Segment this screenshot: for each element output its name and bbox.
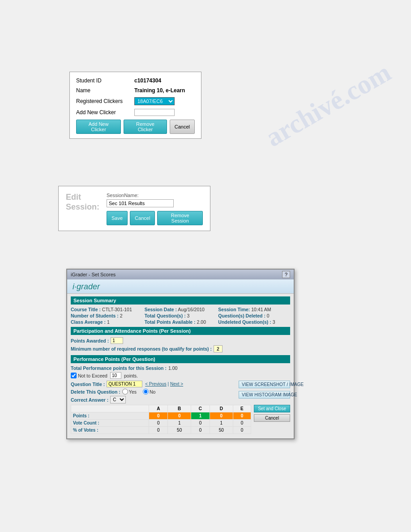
action-buttons: Set and Close Cancel bbox=[254, 405, 290, 422]
delete-yes-radio[interactable] bbox=[122, 389, 128, 395]
student-id-value: c10174304 bbox=[134, 77, 161, 84]
registered-clickers-label: Registered Clickers bbox=[76, 98, 134, 104]
num-students-item: Number of Students : 2 bbox=[71, 313, 143, 318]
performance-header: Performance Points (Per Question) bbox=[71, 355, 290, 363]
not-exceed-checkbox[interactable] bbox=[71, 373, 77, 378]
points-table-area: A B C D E Points : 0 0 1 0 bbox=[71, 405, 251, 436]
participation-header: Participation and Attendance Points (Per… bbox=[71, 327, 290, 335]
save-session-button[interactable]: Save bbox=[107, 211, 128, 225]
name-value: Training 10, e-Learn bbox=[134, 87, 185, 94]
student-id-label: Student ID bbox=[76, 77, 134, 84]
bottom-area: A B C D E Points : 0 0 1 0 bbox=[71, 405, 290, 436]
set-and-close-button[interactable]: Set and Close bbox=[254, 405, 290, 412]
question-title-input[interactable] bbox=[107, 381, 142, 387]
clicker-select[interactable]: 18A07/EC6 bbox=[134, 97, 175, 105]
pct-e: 0 bbox=[233, 427, 251, 434]
name-label: Name bbox=[76, 87, 134, 94]
add-new-clicker-label: Add New Clicker bbox=[76, 109, 134, 116]
session-name-label: SessionName: bbox=[107, 193, 203, 198]
vote-count-row: Vote Count : 0 1 0 1 0 bbox=[71, 420, 251, 427]
igrader-body: Session Summary Course Title : CTLT-301-… bbox=[67, 294, 294, 438]
col-c: C bbox=[191, 405, 210, 412]
votes-d: 1 bbox=[210, 420, 233, 427]
help-button[interactable]: ? bbox=[282, 271, 290, 278]
edit-session-panel: Edit Session: SessionName: Save Cancel R… bbox=[58, 186, 210, 231]
points-table: A B C D E Points : 0 0 1 0 bbox=[71, 405, 251, 434]
course-title-item: Course Title : CTLT-301-101 bbox=[71, 307, 143, 312]
min-responses-row: Minimum number of required responses (to… bbox=[71, 345, 290, 352]
pct-c: 0 bbox=[191, 427, 210, 434]
prev-question-link[interactable]: < Previous bbox=[145, 382, 167, 386]
add-new-clicker-button[interactable]: Add New Clicker bbox=[76, 120, 121, 134]
new-clicker-input[interactable] bbox=[134, 109, 175, 116]
igrader-window: iGrader - Set Scores ? i·grader Session … bbox=[66, 269, 295, 439]
pct-votes-row: % of Votes : 0 50 0 50 0 bbox=[71, 427, 251, 434]
delete-no-radio[interactable] bbox=[143, 389, 149, 395]
points-a: 0 bbox=[149, 412, 168, 420]
question-section: Question Title : < Previous | Next > Del… bbox=[71, 381, 290, 405]
points-row: Points : 0 0 1 0 0 bbox=[71, 412, 251, 420]
performance-section: Total Performance points for this Sessio… bbox=[71, 365, 290, 379]
questions-deleted-item: Question(s) Deleted : 0 bbox=[218, 313, 290, 318]
question-answer-area: Question Title : < Previous | Next > Del… bbox=[71, 381, 290, 405]
total-perf-row: Total Performance points for this Sessio… bbox=[71, 365, 290, 371]
col-empty bbox=[71, 405, 149, 412]
pct-b: 50 bbox=[168, 427, 191, 434]
points-awarded-input[interactable] bbox=[111, 337, 123, 344]
view-screenshot-button[interactable]: VIEW SCREENSHOT / IMAGE bbox=[239, 381, 290, 388]
question-title-row: Question Title : < Previous | Next > bbox=[71, 381, 235, 387]
points-b: 0 bbox=[168, 412, 191, 420]
cancel-clicker-button[interactable]: Cancel bbox=[170, 120, 195, 134]
session-name-input[interactable] bbox=[107, 199, 174, 207]
correct-answer-row: Correct Answer : C A B D E bbox=[71, 396, 235, 403]
student-panel: Student ID c10174304 Name Training 10, e… bbox=[69, 72, 201, 139]
col-e: E bbox=[233, 405, 251, 412]
window-title: iGrader - Set Scores bbox=[71, 272, 116, 277]
session-date-item: Session Date : Aug/16/2010 bbox=[145, 307, 217, 312]
votes-e: 0 bbox=[233, 420, 251, 427]
pct-a: 0 bbox=[149, 427, 168, 434]
delete-question-row: Delete This Question : Yes No bbox=[71, 389, 235, 395]
participation-section: Points Awarded : Minimum number of requi… bbox=[71, 337, 290, 352]
undeleted-questions-item: Undeleted Question(s) : 3 bbox=[218, 319, 290, 325]
qa-left: Question Title : < Previous | Next > Del… bbox=[71, 381, 235, 405]
points-row-label: Points : bbox=[71, 412, 149, 420]
session-info-grid: Course Title : CTLT-301-101 Session Date… bbox=[71, 307, 290, 325]
remove-session-button[interactable]: Remove Session bbox=[157, 211, 203, 225]
nav-links: < Previous | Next > bbox=[145, 382, 183, 386]
cancel-button[interactable]: Cancel bbox=[254, 414, 290, 422]
pct-d: 50 bbox=[210, 427, 233, 434]
total-questions-item: Total Question(s) : 3 bbox=[145, 313, 217, 318]
class-average-item: Class Average : 1 bbox=[71, 319, 143, 325]
watermark: archivé.com bbox=[260, 57, 396, 153]
vote-count-label: Vote Count : bbox=[71, 420, 149, 427]
col-b: B bbox=[168, 405, 191, 412]
votes-a: 0 bbox=[149, 420, 168, 427]
view-histogram-button[interactable]: VIEW HISTOGRAM IMAGE bbox=[239, 391, 290, 399]
session-time-item: Session Time: 10:41 AM bbox=[218, 307, 290, 312]
qa-right: VIEW SCREENSHOT / IMAGE VIEW HISTOGRAM I… bbox=[239, 381, 290, 400]
session-summary-header: Session Summary bbox=[71, 296, 290, 305]
igrader-titlebar: iGrader - Set Scores ? bbox=[67, 270, 294, 279]
total-points-item: Total Points Available : 2.00 bbox=[145, 319, 217, 325]
edit-session-title: Edit Session: bbox=[66, 193, 99, 212]
not-exceed-row: Not to Exceed points. bbox=[71, 372, 290, 379]
next-question-link[interactable]: Next > bbox=[170, 382, 183, 386]
not-exceed-input[interactable] bbox=[110, 372, 121, 379]
delete-no-label: No bbox=[143, 389, 155, 395]
points-c: 1 bbox=[191, 412, 210, 420]
points-e: 0 bbox=[233, 412, 251, 420]
col-a: A bbox=[149, 405, 168, 412]
correct-answer-select[interactable]: C A B D E bbox=[110, 396, 126, 403]
logo-text: i·grader bbox=[73, 282, 100, 291]
delete-yes-label: Yes bbox=[122, 389, 137, 395]
igrader-logo: i·grader bbox=[67, 279, 294, 294]
remove-clicker-button[interactable]: Remove Clicker bbox=[124, 120, 167, 134]
votes-c: 0 bbox=[191, 420, 210, 427]
points-d: 0 bbox=[210, 412, 233, 420]
edit-session-form: SessionName: Save Cancel Remove Session bbox=[107, 193, 203, 225]
pct-votes-label: % of Votes : bbox=[71, 427, 149, 434]
points-awarded-row: Points Awarded : bbox=[71, 337, 290, 344]
votes-b: 1 bbox=[168, 420, 191, 427]
cancel-session-button[interactable]: Cancel bbox=[130, 211, 155, 225]
